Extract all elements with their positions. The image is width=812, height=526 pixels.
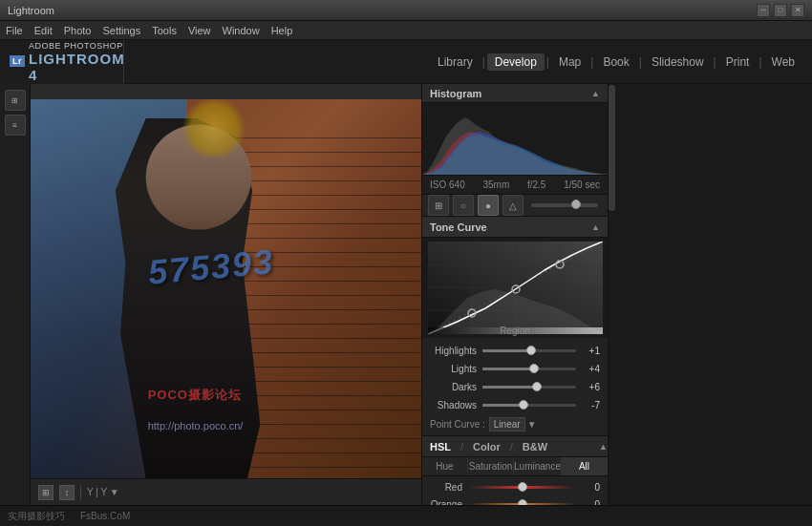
tools-slider-area[interactable] (531, 203, 598, 207)
histogram-info: ISO 640 35mm f/2.5 1/50 sec (422, 175, 608, 194)
point-curve-value[interactable]: Linear (489, 417, 525, 431)
shadows-value: -7 (576, 400, 600, 410)
adobe-text: ADOBE PHOTOSHOP (29, 41, 125, 51)
highlights-value: +1 (576, 346, 600, 356)
tone-curve-title: Tone Curve (430, 221, 487, 233)
point-curve-row: Point Curve : Linear ▼ (430, 414, 600, 431)
tool-navigator[interactable]: ⊞ (5, 90, 26, 111)
histogram-section: Histogram ▲ (422, 84, 608, 195)
iso-value: ISO 640 (430, 179, 465, 190)
minimize-button[interactable]: ─ (757, 4, 770, 17)
hsl-subtab-luminance[interactable]: Luminance (514, 457, 562, 475)
close-button[interactable]: ✕ (791, 4, 804, 17)
crop-icon[interactable]: ↕ (59, 485, 75, 500)
hsl-red-track[interactable] (468, 486, 576, 489)
shadows-row: Shadows -7 (430, 396, 600, 413)
shadows-track[interactable] (482, 404, 576, 407)
hsl-tab-color[interactable]: Color (465, 436, 508, 456)
nav-sep-2: | (546, 55, 549, 69)
tab-map[interactable]: Map (551, 53, 588, 71)
lr-badge: Lr (10, 55, 25, 67)
aperture-value: f/2.5 (527, 179, 545, 190)
highlights-fill (482, 349, 531, 352)
hsl-red-value: 0 (576, 482, 600, 493)
shutter-value: 1/50 sec (564, 179, 600, 190)
hsl-subtab-all[interactable]: All (562, 457, 608, 475)
hsl-red-row: Red 0 (430, 478, 600, 495)
tab-library[interactable]: Library (430, 53, 481, 71)
highlights-track[interactable] (482, 349, 576, 352)
tone-curve-header[interactable]: Tone Curve ▲ (422, 217, 608, 238)
hsl-section: HSL / Color / B&W ▲ Hue Saturation Lumin… (422, 436, 608, 505)
hsl-orange-value: 0 (576, 499, 600, 506)
product-name: LIGHTROOM 4 (29, 51, 125, 83)
scrollbar-thumb[interactable] (609, 85, 615, 211)
tool-presets[interactable]: ≡ (5, 115, 26, 136)
watermark-2: POCO摄影论坛 (148, 387, 242, 404)
highlights-label: Highlights (430, 346, 482, 356)
tab-develop[interactable]: Develop (487, 53, 545, 71)
hsl-subtab-hue[interactable]: Hue (422, 457, 468, 475)
menu-tools[interactable]: Tools (152, 25, 177, 36)
darks-row: Darks +6 (430, 378, 600, 395)
histogram-arrow: ▲ (591, 89, 600, 98)
tab-book[interactable]: Book (595, 53, 636, 71)
tool-spot[interactable]: ○ (453, 195, 474, 216)
hsl-subtab-saturation[interactable]: Saturation (468, 457, 514, 475)
header: Lr ADOBE PHOTOSHOP LIGHTROOM 4 Library |… (0, 40, 812, 84)
menu-photo[interactable]: Photo (64, 25, 92, 36)
darks-track[interactable] (482, 386, 576, 389)
bottom-text-1: 实用摄影技巧 (8, 510, 65, 523)
tool-gradient[interactable]: △ (502, 195, 524, 216)
nav-tabs: Library | Develop | Map | Book | Slidesh… (124, 53, 812, 71)
bottom-toolbar: ⊞ ↕ Y | Y ▼ (31, 478, 421, 505)
point-curve-arrow[interactable]: ▼ (527, 419, 537, 430)
window-title: Lightroom (8, 5, 757, 16)
histogram-canvas (422, 103, 608, 175)
nav-sep-1: | (482, 55, 485, 69)
hsl-tab-hsl[interactable]: HSL (422, 436, 459, 456)
menu-file[interactable]: File (6, 25, 23, 36)
right-scrollbar[interactable] (608, 84, 615, 505)
tone-curve-sliders: Highlights +1 Lights (422, 338, 608, 435)
lights-label: Lights (430, 364, 482, 374)
histogram-header[interactable]: Histogram ▲ (422, 84, 608, 103)
highlights-row: Highlights +1 (430, 342, 600, 359)
lights-thumb[interactable] (529, 364, 539, 373)
shadows-thumb[interactable] (519, 400, 528, 410)
menu-view[interactable]: View (188, 25, 211, 36)
menu-bar: File Edit Photo Settings Tools View Wind… (0, 21, 812, 40)
menu-settings[interactable]: Settings (102, 25, 140, 36)
nav-sep-6: | (759, 55, 761, 69)
menu-help[interactable]: Help (271, 25, 293, 36)
left-panel: ⊞ ≡ (0, 84, 31, 505)
tab-web[interactable]: Web (764, 53, 802, 71)
zoom-icon[interactable]: ⊞ (38, 485, 53, 500)
hsl-orange-track[interactable] (468, 503, 576, 506)
hsl-red-thumb[interactable] (518, 482, 527, 492)
zoom-level: Y | Y ▼ (87, 487, 119, 497)
histogram-title: Histogram (430, 88, 481, 99)
highlights-thumb[interactable] (526, 346, 536, 355)
hsl-tab-bw[interactable]: B&W (515, 436, 555, 456)
menu-window[interactable]: Window (223, 25, 260, 36)
tool-crop[interactable]: ⊞ (428, 195, 449, 216)
tools-slider-thumb (571, 200, 581, 209)
main-area: ⊞ ≡ (0, 84, 812, 505)
hsl-tabs: HSL / Color / B&W ▲ (422, 436, 608, 457)
menu-edit[interactable]: Edit (34, 25, 53, 36)
hsl-orange-thumb[interactable] (518, 499, 527, 506)
hsl-orange-row: Orange 0 (430, 495, 600, 505)
tab-print[interactable]: Print (718, 53, 758, 71)
lights-track[interactable] (482, 368, 576, 370)
point-curve-label: Point Curve : (430, 419, 485, 430)
darks-thumb[interactable] (532, 382, 542, 391)
maximize-button[interactable]: □ (774, 4, 787, 17)
hsl-slider-area: Red 0 Orange 0 (422, 476, 608, 505)
watermark-3: http://photo.poco.cn/ (148, 420, 244, 431)
tone-curve-graph: Region (422, 238, 608, 338)
bottom-watermark-bar: 实用摄影技巧 FsBus.CoM (0, 505, 812, 526)
photo-container: 575393 POCO摄影论坛 http://photo.poco.cn/ (31, 84, 421, 505)
tool-redeye[interactable]: ● (478, 195, 499, 216)
tab-slideshow[interactable]: Slideshow (644, 53, 712, 71)
